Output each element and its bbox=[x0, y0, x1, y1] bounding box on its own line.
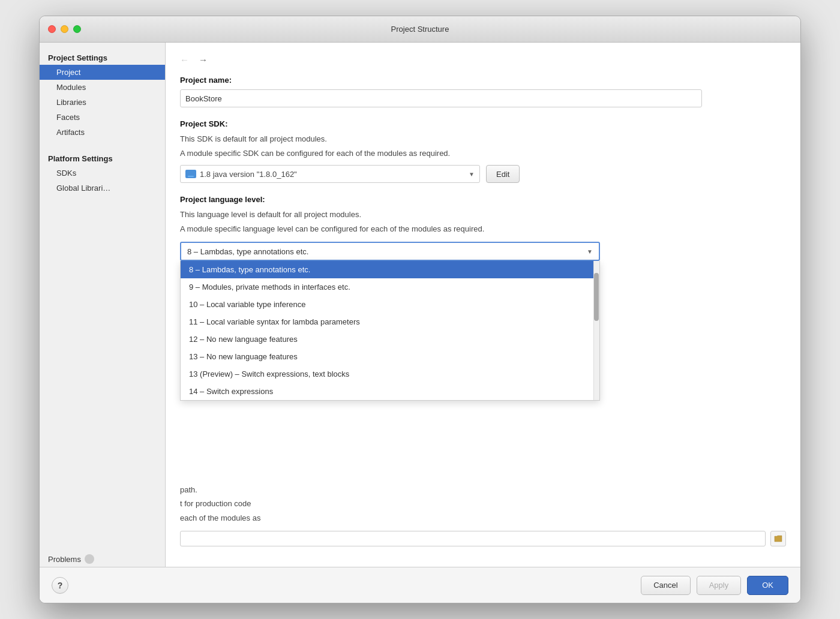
lang-dropdown-container: 8 – Lambdas, type annotations etc. ▼ 8 –… bbox=[180, 242, 786, 261]
project-sdk-desc1: This SDK is default for all project modu… bbox=[180, 133, 786, 145]
nav-back-bar: ← → bbox=[178, 55, 786, 65]
folder-browse-button[interactable] bbox=[770, 531, 786, 546]
sidebar-item-problems[interactable]: Problems bbox=[40, 551, 165, 567]
maximize-button[interactable] bbox=[73, 25, 81, 33]
folder-icon bbox=[774, 535, 782, 542]
svg-rect-1 bbox=[188, 176, 194, 177]
main-content: ← → Project name: Project SDK: This SDK … bbox=[166, 43, 800, 567]
project-settings-header: Project Settings bbox=[40, 47, 165, 65]
compiler-output-row bbox=[180, 531, 786, 546]
help-button[interactable]: ? bbox=[52, 577, 68, 594]
project-name-label: Project name: bbox=[180, 76, 786, 85]
close-button[interactable] bbox=[48, 25, 56, 33]
ok-button[interactable]: OK bbox=[747, 576, 788, 595]
partial-text-production: t for production code bbox=[180, 497, 786, 510]
svg-rect-0 bbox=[187, 171, 194, 175]
project-lang-desc2: A module specific language level can be … bbox=[180, 223, 786, 235]
scrollbar-thumb bbox=[594, 273, 599, 321]
problems-label: Problems bbox=[48, 555, 81, 564]
footer-right: Cancel Apply OK bbox=[641, 576, 788, 595]
dropdown-scrollbar[interactable] bbox=[593, 261, 599, 400]
lang-selected-label: 8 – Lambdas, type annotations etc. bbox=[187, 247, 308, 256]
sdk-dropdown[interactable]: 1.8 java version "1.8.0_162" ▼ bbox=[180, 165, 480, 183]
sidebar-item-libraries[interactable]: Libraries bbox=[40, 95, 165, 110]
project-lang-label: Project language level: bbox=[180, 195, 786, 204]
sdk-row: 1.8 java version "1.8.0_162" ▼ Edit bbox=[180, 165, 786, 183]
sidebar-item-sdks[interactable]: SDKs bbox=[40, 166, 165, 181]
project-name-input[interactable] bbox=[180, 89, 702, 107]
sdk-edit-button[interactable]: Edit bbox=[486, 165, 520, 183]
lang-option-10[interactable]: 10 – Local variable type inference bbox=[181, 296, 599, 313]
sidebar-item-artifacts[interactable]: Artifacts bbox=[40, 125, 165, 140]
sidebar-item-global-libraries[interactable]: Global Librari… bbox=[40, 181, 165, 196]
window-title: Project Structure bbox=[391, 25, 449, 34]
window-controls bbox=[48, 25, 81, 33]
sdk-icon bbox=[185, 170, 196, 178]
lang-option-12[interactable]: 12 – No new language features bbox=[181, 330, 599, 348]
title-bar: Project Structure bbox=[40, 16, 800, 43]
project-sdk-label: Project SDK: bbox=[180, 119, 786, 128]
lang-option-13p[interactable]: 13 (Preview) – Switch expressions, text … bbox=[181, 365, 599, 383]
sidebar-item-modules[interactable]: Modules bbox=[40, 80, 165, 95]
lang-option-9[interactable]: 9 – Modules, private methods in interfac… bbox=[181, 278, 599, 296]
apply-button[interactable]: Apply bbox=[697, 576, 742, 595]
partial-text-modules: each of the modules as bbox=[180, 511, 786, 525]
lang-option-8[interactable]: 8 – Lambdas, type annotations etc. bbox=[181, 261, 599, 278]
sidebar: Project Settings Project Modules Librari… bbox=[40, 43, 166, 567]
content-area: Project Settings Project Modules Librari… bbox=[40, 43, 800, 567]
lang-dropdown-menu: 8 – Lambdas, type annotations etc. 9 – M… bbox=[180, 261, 600, 401]
footer-left: ? bbox=[52, 577, 68, 594]
compiler-output-input[interactable] bbox=[180, 531, 766, 546]
lang-option-13[interactable]: 13 – No new language features bbox=[181, 348, 599, 365]
forward-arrow[interactable]: → bbox=[196, 55, 210, 65]
minimize-button[interactable] bbox=[61, 25, 68, 33]
cancel-button[interactable]: Cancel bbox=[641, 576, 690, 595]
sidebar-item-facets[interactable]: Facets bbox=[40, 110, 165, 125]
platform-settings-header: Platform Settings bbox=[40, 148, 165, 166]
footer: ? Cancel Apply OK bbox=[40, 567, 800, 603]
lang-dropdown[interactable]: 8 – Lambdas, type annotations etc. ▼ bbox=[180, 242, 600, 261]
problems-badge bbox=[85, 554, 94, 564]
sdk-selected-label: 1.8 java version "1.8.0_162" bbox=[200, 170, 297, 179]
lang-dropdown-wrapper: 8 – Lambdas, type annotations etc. ▼ 8 –… bbox=[180, 242, 600, 261]
partial-text-path: path. bbox=[180, 483, 786, 497]
project-lang-desc1: This language level is default for all p… bbox=[180, 209, 786, 221]
background-text: path. t for production code each of the … bbox=[180, 483, 786, 525]
lang-option-14[interactable]: 14 – Switch expressions bbox=[181, 383, 599, 400]
back-arrow[interactable]: ← bbox=[178, 55, 191, 65]
project-structure-window: Project Structure Project Settings Proje… bbox=[39, 16, 801, 603]
sdk-dropdown-arrow: ▼ bbox=[469, 171, 475, 178]
lang-option-11[interactable]: 11 – Local variable syntax for lambda pa… bbox=[181, 313, 599, 330]
sidebar-item-project[interactable]: Project bbox=[40, 65, 165, 80]
project-sdk-desc2: A module specific SDK can be configured … bbox=[180, 148, 786, 160]
lang-dropdown-arrow: ▼ bbox=[587, 248, 593, 255]
